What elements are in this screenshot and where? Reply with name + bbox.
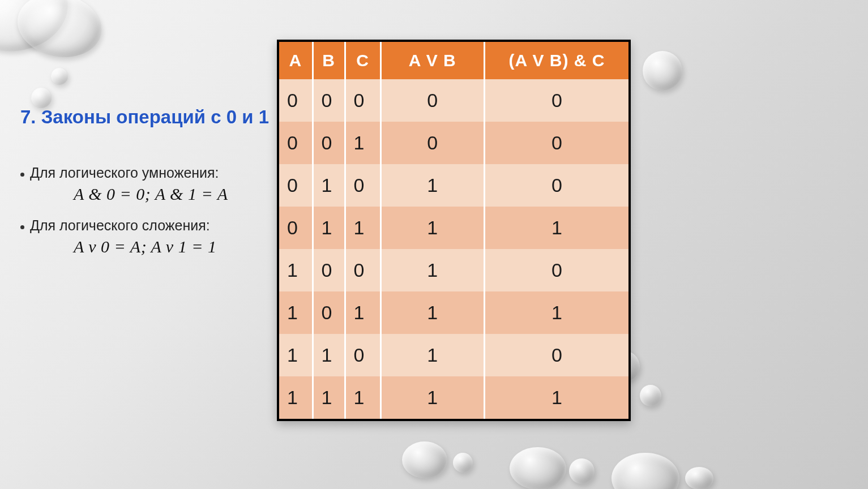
table-cell: 1 bbox=[279, 376, 313, 419]
table-row: 11111 bbox=[279, 376, 628, 419]
water-drop-icon bbox=[11, 0, 108, 65]
water-drop-icon bbox=[569, 458, 595, 484]
bullet-dot-icon bbox=[20, 225, 24, 229]
table-cell: 1 bbox=[279, 249, 313, 291]
table-cell: 0 bbox=[380, 122, 484, 164]
table-header: C bbox=[345, 42, 380, 79]
table-cell: 0 bbox=[484, 249, 628, 291]
table-cell: 1 bbox=[345, 291, 380, 334]
table-cell: 0 bbox=[345, 249, 380, 291]
table-cell: 1 bbox=[484, 207, 628, 249]
table-cell: 0 bbox=[380, 79, 484, 122]
table-row: 01111 bbox=[279, 207, 628, 249]
table-cell: 0 bbox=[345, 79, 380, 122]
table-cell: 1 bbox=[380, 207, 484, 249]
table-header: A V B bbox=[380, 42, 484, 79]
table-row: 00100 bbox=[279, 122, 628, 164]
table-cell: 1 bbox=[279, 334, 313, 376]
table-cell: 0 bbox=[279, 79, 313, 122]
table-cell: 1 bbox=[380, 334, 484, 376]
water-drop-icon bbox=[643, 51, 682, 91]
slide-heading: 7. Законы операций с 0 и 1 bbox=[20, 105, 270, 128]
water-drop-icon bbox=[51, 68, 68, 85]
table-cell: 1 bbox=[484, 376, 628, 419]
table-cell: 0 bbox=[313, 291, 345, 334]
water-drop-icon bbox=[453, 453, 473, 473]
water-drop-icon bbox=[685, 467, 713, 489]
table-row: 10010 bbox=[279, 249, 628, 291]
table-row: 00000 bbox=[279, 79, 628, 122]
table-cell: 0 bbox=[279, 207, 313, 249]
table-cell: 1 bbox=[313, 334, 345, 376]
table-cell: 1 bbox=[313, 164, 345, 207]
bullet-label: Для логического сложения: bbox=[30, 217, 210, 234]
text-block: 7. Законы операций с 0 и 1 Для логическо… bbox=[20, 105, 270, 270]
table-cell: 0 bbox=[484, 164, 628, 207]
table-cell: 0 bbox=[313, 249, 345, 291]
table-cell: 1 bbox=[380, 376, 484, 419]
table-row: 10111 bbox=[279, 291, 628, 334]
table-header: B bbox=[313, 42, 345, 79]
bullet-label: Для логического умножения: bbox=[30, 165, 219, 181]
water-drop-icon bbox=[640, 385, 661, 406]
table-header-row: A B C A V B (A V B) & C bbox=[279, 42, 628, 79]
table-cell: 1 bbox=[484, 291, 628, 334]
slide: 7. Законы операций с 0 и 1 Для логическо… bbox=[0, 0, 868, 489]
formula-addition: A v 0 = A; A v 1 = 1 bbox=[74, 237, 270, 256]
table-cell: 0 bbox=[279, 164, 313, 207]
table-row: 11010 bbox=[279, 334, 628, 376]
table-cell: 0 bbox=[484, 79, 628, 122]
table-header: (A V B) & C bbox=[484, 42, 628, 79]
water-drop-icon bbox=[402, 441, 447, 478]
table-cell: 1 bbox=[380, 249, 484, 291]
truth-table: A B C A V B (A V B) & C 0000000100010100… bbox=[277, 40, 631, 421]
bullet-dot-icon bbox=[20, 173, 24, 177]
table-cell: 0 bbox=[313, 79, 345, 122]
bullet-multiplication: Для логического умножения: bbox=[20, 165, 270, 181]
formula-multiplication: A & 0 = 0; A & 1 = A bbox=[74, 185, 270, 204]
table-cell: 0 bbox=[279, 122, 313, 164]
table-cell: 0 bbox=[484, 122, 628, 164]
table-header: A bbox=[279, 42, 313, 79]
table-cell: 1 bbox=[313, 376, 345, 419]
table-cell: 1 bbox=[345, 122, 380, 164]
table-cell: 1 bbox=[380, 291, 484, 334]
table-cell: 0 bbox=[345, 334, 380, 376]
table-cell: 1 bbox=[380, 164, 484, 207]
table-cell: 0 bbox=[484, 334, 628, 376]
table-cell: 1 bbox=[345, 207, 380, 249]
table-cell: 1 bbox=[279, 291, 313, 334]
water-drop-icon bbox=[510, 447, 566, 489]
table-cell: 0 bbox=[345, 164, 380, 207]
table-row: 01010 bbox=[279, 164, 628, 207]
bullet-addition: Для логического сложения: bbox=[20, 217, 270, 234]
table-cell: 0 bbox=[313, 122, 345, 164]
table-cell: 1 bbox=[313, 207, 345, 249]
water-drop-icon bbox=[612, 453, 679, 489]
table-cell: 1 bbox=[345, 376, 380, 419]
